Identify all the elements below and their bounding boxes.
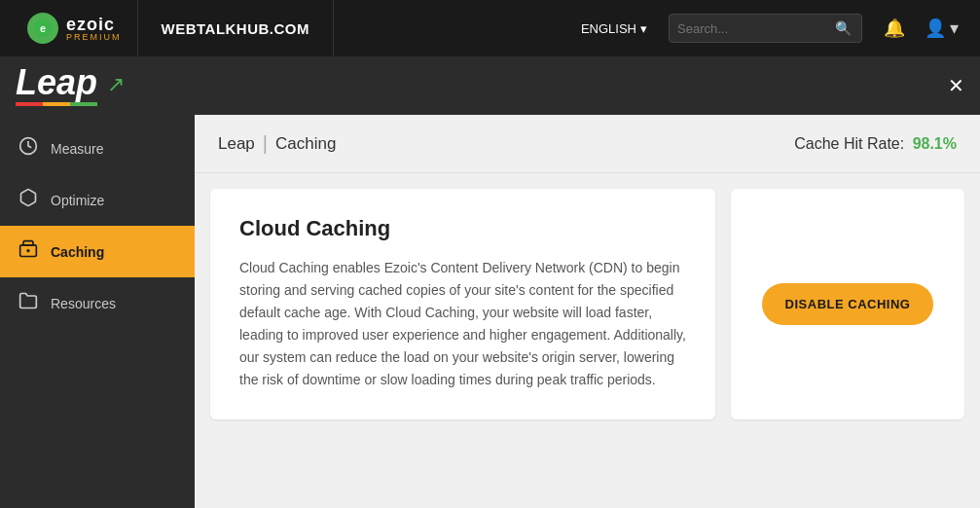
cloud-caching-title: Cloud Caching	[239, 216, 686, 241]
top-navigation: e ezoic PREMIUM WEBTALKHUB.COM ENGLISH ▾…	[0, 0, 980, 56]
breadcrumb-current: Caching	[275, 134, 336, 154]
ezoic-brand: ezoic PREMIUM	[66, 16, 122, 42]
site-name: WEBTALKHUB.COM	[138, 0, 335, 56]
resources-icon	[18, 291, 39, 315]
search-input[interactable]	[677, 21, 833, 36]
content-area: Leap | Caching Cache Hit Rate: 98.1% Clo…	[195, 115, 980, 508]
disable-caching-button[interactable]: DISABLE CACHING	[762, 283, 934, 325]
close-icon: ✕	[948, 75, 964, 96]
cache-hit-rate-value: 98.1%	[913, 135, 957, 152]
sidebar: Measure Optimize Caching	[0, 115, 195, 508]
user-icon: 👤	[925, 18, 946, 39]
sidebar-item-resources[interactable]: Resources	[0, 277, 195, 329]
search-box: 🔍	[669, 14, 862, 43]
leap-close-button[interactable]: ✕	[948, 74, 964, 97]
optimize-icon	[18, 188, 39, 212]
leap-logo: Leap	[16, 65, 97, 106]
ezoic-premium-label: PREMIUM	[66, 33, 122, 42]
breadcrumb-separator: |	[263, 132, 268, 155]
sidebar-item-optimize[interactable]: Optimize	[0, 174, 195, 226]
cards-container: Cloud Caching Cloud Caching enables Ezoi…	[195, 173, 980, 435]
notifications-button[interactable]: 🔔	[874, 12, 915, 45]
leap-underline	[16, 102, 97, 106]
search-button[interactable]: 🔍	[833, 18, 853, 38]
search-icon: 🔍	[835, 20, 852, 36]
language-label: ENGLISH	[581, 21, 636, 36]
sidebar-caching-label: Caching	[51, 244, 104, 260]
sidebar-item-caching[interactable]: Caching	[0, 226, 195, 277]
notification-icon: 🔔	[884, 18, 905, 38]
caching-icon	[18, 239, 39, 264]
breadcrumb: Leap | Caching Cache Hit Rate: 98.1%	[195, 115, 980, 173]
action-card: DISABLE CACHING	[731, 189, 964, 419]
language-selector[interactable]: ENGLISH ▾	[571, 16, 657, 42]
language-arrow-icon: ▾	[640, 21, 647, 36]
cache-hit-label: Cache Hit Rate:	[794, 135, 904, 152]
ezoic-name: ezoic	[66, 16, 122, 33]
measure-icon	[18, 136, 39, 161]
breadcrumb-leap: Leap	[218, 134, 255, 154]
sidebar-resources-label: Resources	[51, 296, 116, 311]
cloud-caching-description: Cloud Caching enables Ezoic's Content De…	[239, 257, 686, 392]
svg-text:e: e	[40, 22, 46, 34]
ezoic-logo: e ezoic PREMIUM	[12, 0, 138, 56]
user-arrow-icon: ▾	[950, 18, 959, 39]
breadcrumb-left: Leap | Caching	[218, 132, 336, 155]
leap-title: Leap	[16, 65, 97, 100]
sidebar-measure-label: Measure	[51, 141, 103, 157]
leap-arrow-icon: ↗	[107, 72, 125, 97]
sidebar-optimize-label: Optimize	[51, 193, 104, 208]
leap-banner: Leap ↗ ✕	[0, 56, 980, 115]
user-menu-button[interactable]: 👤 ▾	[915, 12, 968, 45]
sidebar-item-measure[interactable]: Measure	[0, 123, 195, 174]
main-layout: Measure Optimize Caching	[0, 115, 980, 508]
cache-hit-rate-display: Cache Hit Rate: 98.1%	[794, 135, 957, 153]
cloud-caching-card: Cloud Caching Cloud Caching enables Ezoi…	[210, 189, 715, 419]
ezoic-logo-icon: e	[27, 13, 58, 44]
